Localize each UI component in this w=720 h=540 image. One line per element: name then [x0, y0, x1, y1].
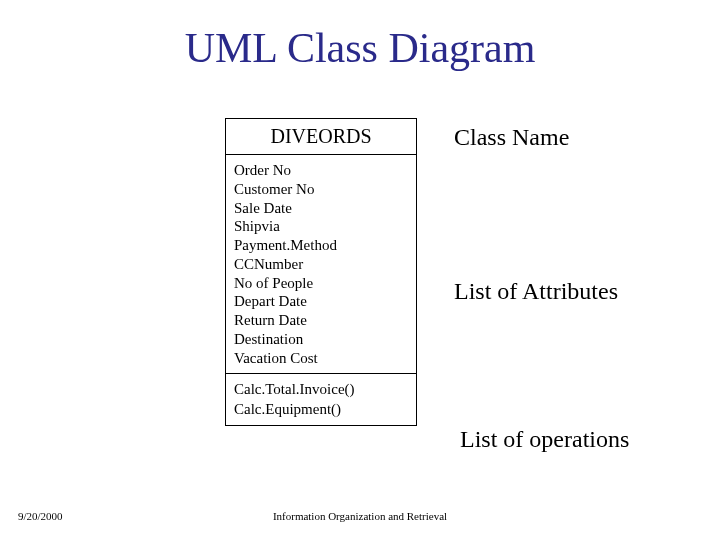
label-class-name: Class Name [454, 124, 569, 151]
page-title: UML Class Diagram [0, 24, 720, 72]
uml-attribute: Return Date [234, 311, 408, 330]
uml-attribute: Vacation Cost [234, 349, 408, 368]
uml-class-name: DIVEORDS [226, 119, 416, 155]
uml-attribute: CCNumber [234, 255, 408, 274]
uml-attribute: Sale Date [234, 199, 408, 218]
uml-attribute: No of People [234, 274, 408, 293]
uml-class-box: DIVEORDS Order No Customer No Sale Date … [225, 118, 417, 426]
uml-attribute: Customer No [234, 180, 408, 199]
uml-operation: Calc.Total.Invoice() [234, 380, 408, 400]
uml-operations: Calc.Total.Invoice() Calc.Equipment() [226, 374, 416, 425]
uml-operation: Calc.Equipment() [234, 400, 408, 420]
label-attributes: List of Attributes [454, 278, 618, 305]
footer-center: Information Organization and Retrieval [0, 510, 720, 522]
uml-attribute: Payment.Method [234, 236, 408, 255]
slide: UML Class Diagram DIVEORDS Order No Cust… [0, 0, 720, 540]
uml-attribute: Depart Date [234, 292, 408, 311]
uml-attribute: Shipvia [234, 217, 408, 236]
uml-attributes: Order No Customer No Sale Date Shipvia P… [226, 155, 416, 374]
uml-attribute: Destination [234, 330, 408, 349]
uml-attribute: Order No [234, 161, 408, 180]
label-operations: List of operations [460, 426, 629, 453]
